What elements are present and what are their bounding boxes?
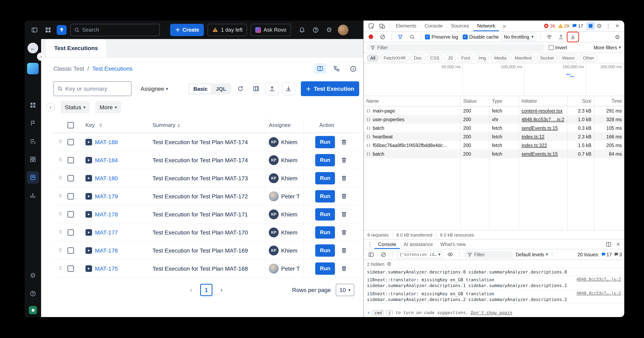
rail-test-executions-icon[interactable] [27,171,39,184]
tab-console[interactable]: Console [421,20,446,31]
row-checkbox[interactable] [68,229,74,236]
summary-text[interactable]: Test Execution for Test Plan MAT-171 [152,211,265,217]
summary-text[interactable]: Test Execution for Test Plan MAT-170 [152,229,265,236]
live-expression-eye-icon[interactable] [446,250,455,259]
column-status[interactable]: Status [461,96,490,106]
assignee-filter-dropdown[interactable]: Assignee▾ [140,85,168,92]
summary-text[interactable]: Test Execution for Test Plan MAT-173 [152,175,265,181]
prev-page-button[interactable]: ‹ [185,284,197,296]
initiator-link[interactable]: sendEvents.ts:15 [522,151,558,156]
drag-handle-icon[interactable]: ⠿ [54,139,68,145]
drag-handle-icon[interactable]: ⠿ [54,193,68,199]
drawer-tab-console[interactable]: Console [374,239,400,249]
delete-icon[interactable] [341,211,347,217]
network-filter-input[interactable] [377,45,541,50]
rail-grid-icon[interactable] [27,99,39,111]
chip-fetch-xhr[interactable]: Fetch/XHR [380,54,409,61]
upload-icon[interactable] [266,82,279,95]
select-all-checkbox[interactable] [68,122,74,128]
sort-icon[interactable] [100,123,102,127]
run-button[interactable]: Run [315,262,335,275]
help-icon[interactable] [311,25,320,35]
chip-wasm[interactable]: Wasm [559,54,578,61]
chip-font[interactable]: Font [458,54,474,61]
row-checkbox[interactable] [68,193,74,199]
drawer-tab-whats-new[interactable]: What's new [437,239,469,249]
close-drawer-icon[interactable]: × [614,240,623,248]
checkbox-checked-icon[interactable] [462,34,468,39]
error-count-badge[interactable]: 26 [544,23,555,28]
console-filter-box[interactable] [464,251,513,258]
checkbox-unchecked-icon[interactable] [549,45,554,50]
network-request-row[interactable]: {}heartbeat 200 fetch index.ts:12 2.3 kB… [364,132,624,141]
console-message[interactable]: i18next::translator: missingKey en_GB tr… [364,276,624,290]
run-button[interactable]: Run [315,172,335,184]
table-row[interactable]: ⠿ MAT-179 Test Execution for Test Plan M… [54,187,359,205]
breadcrumb-parent[interactable]: Classic Test [54,65,84,72]
jira-logo[interactable] [57,25,66,35]
devtools-settings-gear-icon[interactable]: ⚙ [595,22,604,30]
warning-count-badge[interactable]: 29 [558,23,569,28]
console-sidebar-icon[interactable] [366,250,376,259]
drag-handle-icon[interactable]: ⠿ [54,248,68,253]
split-panel-icon[interactable] [604,240,614,248]
drag-handle-icon[interactable]: ⠿ [54,175,68,181]
network-request-row[interactable]: {}user-properties 200 xhr 4848.8cc53c7….… [364,115,624,124]
issue-key-link[interactable]: MAT-177 [95,229,118,236]
run-button[interactable]: Run [315,154,335,166]
status-filter-dropdown[interactable]: Status▾ [61,101,90,113]
chip-js[interactable]: JS [444,54,456,61]
rail-reports-icon[interactable] [27,190,39,201]
issue-key-link[interactable]: MAT-178 [95,211,118,217]
notifications-bell-icon[interactable] [297,25,307,35]
tab-sources[interactable]: Sources [447,20,472,31]
tab-network[interactable]: Network [474,20,499,31]
download-icon[interactable] [282,82,295,95]
filter-funnel-icon[interactable] [395,33,405,41]
rows-per-page-select[interactable]: 10▾ [336,284,354,296]
column-header-key[interactable]: Key [86,122,95,128]
run-button[interactable]: Run [315,244,335,257]
console-prompt[interactable]: › cmd i to turn on code suggestions. Don… [364,308,624,317]
table-row[interactable]: ⠿ MAT-178 Test Execution for Test Plan M… [54,205,359,223]
throttling-select[interactable]: No throttling▾ [501,33,536,41]
source-location-link[interactable]: 4848.8cc53c7….js:2 [576,277,621,281]
delete-icon[interactable] [341,175,347,181]
row-checkbox[interactable] [68,211,74,217]
hidden-count[interactable]: 2 hidden [367,261,384,266]
run-button[interactable]: Run [315,190,335,202]
issue-key-link[interactable]: MAT-179 [95,193,118,199]
devtools-menu-icon[interactable]: ⋮ [604,22,613,30]
drawer-tab-ai-assistance[interactable]: AI assistance [400,239,437,249]
issues-count-badge[interactable]: 17 [572,23,584,28]
export-har-download-icon[interactable] [568,33,578,41]
delete-icon[interactable] [341,193,347,199]
jql-mode-button[interactable]: JQL [212,84,230,93]
delete-icon[interactable] [341,247,347,254]
preserve-log-checkbox[interactable]: Preserve log [425,34,458,39]
devtools-close-icon[interactable]: × [613,22,622,30]
summary-text[interactable]: Test Execution for Test Plan MAT-174 [152,139,265,145]
disable-cache-checkbox[interactable]: Disable cache [462,34,499,39]
global-search[interactable] [70,24,160,36]
row-checkbox[interactable] [68,139,74,145]
chip-socket[interactable]: Socket [537,54,557,61]
rail-apps-icon[interactable] [27,154,39,165]
inspect-element-icon[interactable] [366,22,376,30]
network-search-icon[interactable] [407,33,417,41]
trial-days-left-button[interactable]: 1 day left [208,24,247,36]
expand-sidebar-button[interactable]: › [37,52,45,61]
delete-icon[interactable] [341,157,347,163]
run-button[interactable]: Run [315,136,335,148]
search-input[interactable] [82,27,156,33]
initiator-link[interactable]: sendEvents.ts:15 [522,125,558,130]
network-settings-gear-icon[interactable]: ⚙ [613,33,622,41]
list-view-toggle[interactable] [314,63,326,74]
initiator-link[interactable]: 4848.8cc53c7….js:2 [522,117,564,122]
drag-handle-icon[interactable]: ⠿ [54,212,68,217]
refresh-icon[interactable] [234,82,247,95]
run-button[interactable]: Run [315,208,335,220]
current-page-button[interactable]: 1 [200,284,212,296]
info-icon[interactable] [347,63,359,74]
hidden-settings-gear-icon[interactable]: ⚙ [387,261,391,266]
